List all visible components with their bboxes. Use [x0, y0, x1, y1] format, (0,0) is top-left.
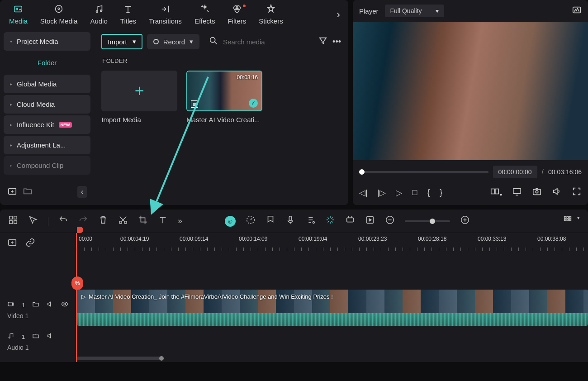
music-icon[interactable] — [305, 215, 315, 227]
media-clip-item[interactable]: 00:03:16 ▦ ✓ Master AI Video Creati... — [186, 71, 262, 124]
chevron-down-icon: ▾ — [10, 39, 12, 44]
svg-rect-30 — [564, 217, 566, 219]
cut-badge[interactable]: % — [71, 276, 83, 290]
eye-icon[interactable] — [61, 300, 68, 310]
svg-rect-32 — [569, 217, 571, 219]
redo-icon[interactable] — [78, 215, 88, 227]
timeline-panel: » ☺ ▾ 1 — [0, 210, 588, 362]
prev-frame-icon[interactable]: ◁| — [359, 188, 368, 198]
tab-transitions[interactable]: Transitions — [149, 4, 182, 25]
cut-icon[interactable] — [118, 215, 128, 227]
new-badge: NEW — [59, 122, 72, 128]
collapse-sidebar-icon[interactable]: ‹ — [77, 186, 87, 198]
chevron-right-icon: ▸ — [10, 122, 12, 127]
audio-track-icon — [7, 332, 14, 341]
speed-icon[interactable] — [246, 215, 256, 227]
player-scrubber[interactable] — [359, 171, 488, 173]
lock-icon[interactable] — [32, 332, 39, 341]
svg-rect-33 — [564, 219, 566, 221]
crop-icon[interactable] — [138, 215, 148, 227]
audio-track-header[interactable]: 1 Audio 1 — [7, 326, 69, 357]
svg-point-16 — [536, 190, 538, 193]
search-icon[interactable] — [209, 36, 218, 48]
tab-effects[interactable]: Effects — [194, 4, 215, 25]
select-icon[interactable] — [28, 215, 38, 227]
video-preview[interactable] — [353, 22, 588, 160]
player-label: Player — [359, 7, 379, 15]
auto-icon[interactable] — [325, 215, 335, 227]
new-folder-icon[interactable] — [7, 186, 17, 198]
zoom-handle[interactable] — [430, 219, 435, 224]
tab-stickers[interactable]: Stickers — [259, 4, 283, 25]
sidebar-item-project-media[interactable]: ▾Project Media — [4, 32, 90, 51]
tab-stock-media[interactable]: Stock Media — [40, 4, 78, 25]
timeline-ruler[interactable]: 00:00 00:00:04:19 00:00:09:14 00:00:14:0… — [77, 233, 588, 256]
zoom-slider[interactable] — [405, 220, 450, 222]
sidebar-item-compound-clip[interactable]: ▸Compound Clip — [4, 156, 90, 175]
chevron-down-icon: ▾ — [190, 38, 193, 46]
search-input[interactable] — [223, 38, 309, 46]
zoom-in-icon[interactable] — [460, 215, 470, 227]
sidebar-item-cloud-media[interactable]: ▸Cloud Media — [4, 95, 90, 114]
lock-icon[interactable] — [32, 300, 39, 310]
ai-icon[interactable]: ☺ — [225, 216, 236, 227]
volume-icon[interactable] — [552, 186, 562, 199]
video-track-header[interactable]: 1 Video 1 — [7, 294, 69, 326]
scope-icon[interactable] — [572, 5, 582, 17]
import-media-tile[interactable]: + Import Media — [101, 71, 177, 124]
tab-filters[interactable]: Filters — [228, 4, 246, 25]
import-button[interactable]: Import▾ — [101, 34, 142, 49]
folder-icon[interactable] — [23, 186, 33, 198]
mute-icon[interactable] — [47, 332, 54, 341]
svg-rect-37 — [8, 302, 12, 306]
video-clip[interactable]: ▷Master AI Video Creation_ Join the #Fil… — [77, 290, 588, 326]
record-icon — [153, 39, 159, 44]
sidebar-item-global-media[interactable]: ▸Global Media — [4, 75, 90, 93]
playhead-icon[interactable] — [77, 227, 83, 233]
stop-icon[interactable]: □ — [412, 188, 417, 197]
svg-rect-13 — [495, 189, 498, 194]
fullscreen-icon[interactable] — [572, 186, 582, 199]
tabs-more-icon[interactable]: › — [337, 8, 340, 21]
render-icon[interactable] — [365, 215, 375, 227]
mic-icon[interactable] — [285, 215, 295, 227]
stickers-icon — [266, 4, 276, 14]
play-icon[interactable]: ▷ — [396, 188, 402, 198]
display-icon[interactable] — [512, 186, 522, 199]
more-icon[interactable]: ••• — [332, 37, 341, 47]
timeline-scrollbar[interactable] — [77, 357, 163, 360]
undo-icon[interactable] — [58, 215, 68, 227]
link-icon[interactable] — [25, 238, 35, 250]
filter-icon[interactable] — [318, 36, 328, 48]
media-sidebar: ▾Project Media Folder ▸Global Media ▸Clo… — [0, 29, 94, 205]
delete-icon[interactable] — [98, 215, 108, 227]
marker-icon[interactable] — [266, 215, 275, 227]
tab-media[interactable]: Media — [9, 4, 28, 25]
snapshot-icon[interactable] — [532, 186, 542, 199]
record-button[interactable]: Record▾ — [147, 34, 199, 49]
tab-titles[interactable]: Titles — [120, 4, 136, 25]
tab-audio[interactable]: Audio — [90, 4, 107, 25]
svg-rect-26 — [347, 218, 354, 222]
svg-point-39 — [9, 337, 10, 338]
svg-rect-19 — [9, 221, 12, 224]
sidebar-folder-label[interactable]: Folder — [4, 52, 90, 73]
mark-out-icon[interactable]: } — [440, 188, 442, 197]
mark-in-icon[interactable]: { — [427, 188, 430, 197]
layout-icon[interactable] — [8, 215, 18, 227]
play-icon: ▷ — [81, 293, 86, 300]
quality-dropdown[interactable]: Full Quality▾ — [385, 5, 444, 17]
zoom-out-icon[interactable] — [385, 215, 395, 227]
sidebar-item-influence-kit[interactable]: ▸Influence KitNEW — [4, 115, 90, 134]
keyframe-icon[interactable] — [345, 215, 355, 227]
sidebar-item-adjustment-layer[interactable]: ▸Adjustment La... — [4, 136, 90, 154]
view-dropdown-icon[interactable]: ▾ — [577, 215, 580, 227]
text-icon[interactable] — [158, 215, 168, 227]
view-list-icon[interactable] — [563, 215, 573, 227]
more-tools-icon[interactable]: » — [178, 216, 182, 226]
step-fwd-icon[interactable]: |▷ — [378, 188, 386, 198]
scrubber-handle[interactable] — [359, 169, 365, 175]
add-track-icon[interactable] — [7, 238, 17, 250]
mute-icon[interactable] — [47, 300, 54, 310]
compare-icon[interactable]: ▾ — [490, 186, 502, 199]
